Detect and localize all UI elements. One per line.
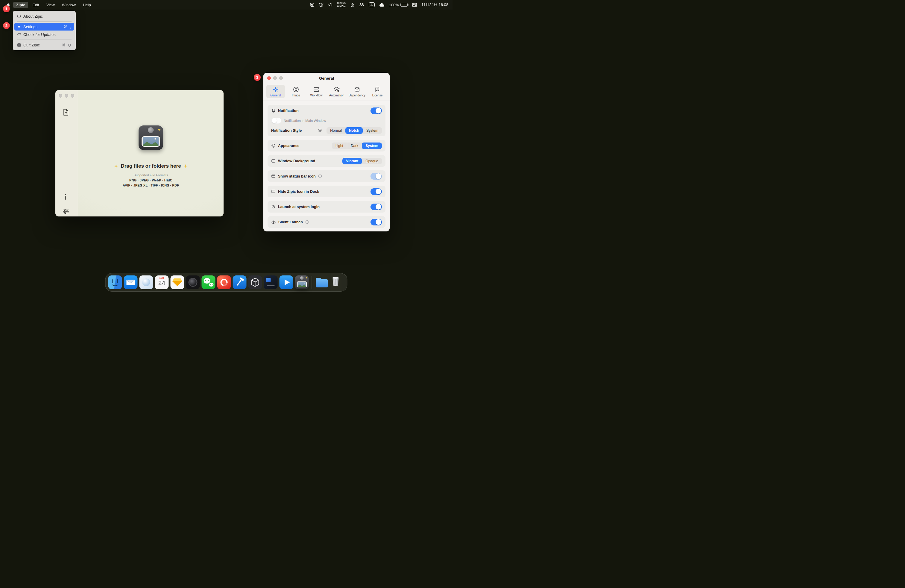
network-speed[interactable]: 0 KB/s 0 KB/s xyxy=(337,2,346,8)
menu-item-settings[interactable]: Settings... ⌘ , xyxy=(14,23,74,30)
settings-window-title: General xyxy=(319,76,334,81)
row-label: Notification Style xyxy=(271,129,302,133)
dock-video-player-icon[interactable] xyxy=(279,275,293,289)
minimize-button[interactable] xyxy=(273,76,277,80)
stopwatch-icon[interactable] xyxy=(350,3,355,7)
aperture-icon xyxy=(293,86,299,93)
menu-item-about-zipic[interactable]: About Zipic xyxy=(14,12,74,20)
intercom-icon[interactable] xyxy=(310,3,314,7)
segment-vibrant[interactable]: Vibrant xyxy=(342,158,362,164)
row-show-status-bar-icon: Show status bar icon xyxy=(268,171,386,181)
settings-title-bar[interactable]: General xyxy=(264,73,390,84)
sliders-icon[interactable] xyxy=(62,209,69,215)
dock-finder-icon[interactable] xyxy=(108,275,122,289)
dock-cube-app-icon[interactable] xyxy=(248,275,262,289)
dock-mail-icon[interactable] xyxy=(124,275,138,289)
menu-help[interactable]: Help xyxy=(80,2,94,8)
dock-wechat-icon[interactable] xyxy=(202,275,216,289)
menu-edit[interactable]: Edit xyxy=(29,2,42,8)
dock-xcode-icon[interactable] xyxy=(233,275,247,289)
net-up-label: 0 KB/s xyxy=(337,2,346,5)
alarm-clock-icon[interactable] xyxy=(319,3,324,7)
segment-light[interactable]: Light xyxy=(332,143,347,149)
info-circle-icon xyxy=(17,14,21,18)
hide-dock-toggle[interactable] xyxy=(370,188,382,195)
menu-view[interactable]: View xyxy=(43,2,58,8)
automation-icon: A xyxy=(333,86,340,93)
notification-style-segmented: Normal Notch System xyxy=(327,127,382,134)
row-notification-main-window: Notification in Main Window xyxy=(268,116,386,126)
sparkle-icon xyxy=(184,164,187,168)
sun-icon xyxy=(271,143,276,148)
dock-music-icon[interactable] xyxy=(217,275,231,289)
battery-icon xyxy=(400,3,408,6)
dock-camera-lens-icon[interactable] xyxy=(186,275,200,289)
info-icon[interactable] xyxy=(64,194,67,201)
dock-calendar-icon[interactable]: 11月 24 xyxy=(155,275,169,289)
segment-system[interactable]: System xyxy=(362,143,382,149)
tab-workflow[interactable]: Workflow xyxy=(307,85,325,98)
launch-login-toggle[interactable] xyxy=(370,203,382,210)
announcement-icon[interactable] xyxy=(328,3,333,7)
update-icon xyxy=(17,33,21,37)
close-button[interactable] xyxy=(267,76,271,80)
sparkle-icon xyxy=(114,164,118,168)
row-notification-style: Notification Style Normal Notch System xyxy=(268,126,386,135)
formats-line-2: AVIF · JPEG XL · TIFF · ICNS · PDF xyxy=(123,184,179,187)
close-button[interactable] xyxy=(59,94,62,98)
svg-text:A: A xyxy=(338,90,339,92)
menu-item-label: Check for Updates xyxy=(23,32,56,37)
dock-folder-icon[interactable] xyxy=(315,275,329,289)
control-center-icon[interactable] xyxy=(412,3,417,7)
dock-sketch-icon[interactable] xyxy=(171,275,184,289)
silent-launch-toggle[interactable] xyxy=(370,219,382,226)
preview-eye-icon[interactable] xyxy=(318,129,322,132)
settings-window: General General Image Workflow A Automat… xyxy=(264,73,390,231)
traffic-lights xyxy=(59,94,74,98)
segment-dark[interactable]: Dark xyxy=(347,143,362,149)
group-notification: Notification Notification in Main Window… xyxy=(268,105,386,136)
input-source-indicator[interactable]: A xyxy=(369,2,375,7)
menu-item-check-updates[interactable]: Check for Updates xyxy=(14,30,74,38)
tab-license[interactable]: License xyxy=(368,85,387,98)
menu-item-quit[interactable]: Quit Zipic ⌘ Q xyxy=(14,41,74,49)
zipic-app-icon xyxy=(138,126,163,150)
segment-opaque[interactable]: Opaque xyxy=(362,158,382,164)
zoom-button[interactable] xyxy=(279,76,283,80)
menu-window[interactable]: Window xyxy=(59,2,79,8)
zoom-button[interactable] xyxy=(71,94,74,98)
tab-automation[interactable]: A Automation xyxy=(327,85,346,98)
license-icon xyxy=(374,86,381,93)
menu-separator xyxy=(17,40,71,40)
users-icon[interactable] xyxy=(359,3,364,7)
notification-toggle[interactable] xyxy=(370,108,382,114)
notification-main-window-toggle[interactable] xyxy=(271,118,281,124)
tab-dependency[interactable]: Dependency xyxy=(348,85,366,98)
drop-zone[interactable]: Drag files or folders here Supported Fil… xyxy=(78,90,224,216)
segment-normal[interactable]: Normal xyxy=(327,127,345,134)
tab-image[interactable]: Image xyxy=(287,85,305,98)
minimize-button[interactable] xyxy=(65,94,68,98)
menu-bar-clock[interactable]: 11月24日 16:08 xyxy=(421,2,448,8)
menu-separator xyxy=(17,21,71,22)
row-launch-login: Launch at system login xyxy=(268,202,386,212)
segment-notch[interactable]: Notch xyxy=(345,127,363,134)
info-circle-icon[interactable] xyxy=(305,220,309,224)
info-circle-icon[interactable] xyxy=(318,174,322,178)
dock-zipic-icon[interactable] xyxy=(295,275,309,289)
tab-label: Workflow xyxy=(310,94,322,97)
tab-general[interactable]: General xyxy=(266,85,285,98)
eye-slash-icon xyxy=(271,220,276,224)
segment-system[interactable]: System xyxy=(363,127,382,134)
menu-zipic[interactable]: Zipic xyxy=(13,2,28,8)
cloud-icon[interactable] xyxy=(379,3,384,7)
dock-dark-blue-app-icon[interactable] xyxy=(264,275,278,289)
menu-bar: Zipic Edit View Window Help 0 KB/s 0 KB/… xyxy=(0,0,452,10)
dock-weather-icon[interactable] xyxy=(140,275,153,289)
dock-icon xyxy=(271,189,276,194)
dock-trash-icon[interactable] xyxy=(331,275,345,289)
battery-indicator[interactable]: 100% xyxy=(389,3,408,7)
add-file-icon[interactable] xyxy=(62,109,69,117)
show-status-bar-toggle[interactable] xyxy=(370,173,382,180)
row-window-background: Window Background Vibrant Opaque xyxy=(268,156,386,166)
